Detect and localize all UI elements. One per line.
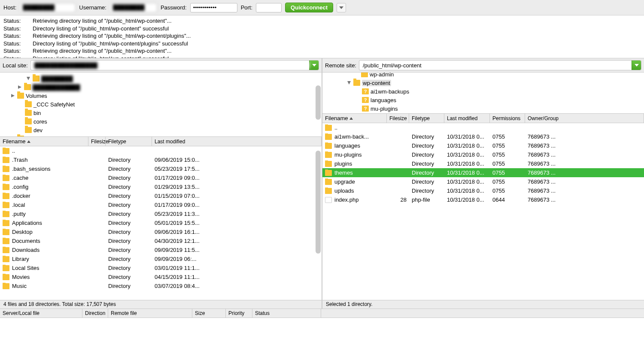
folder-icon — [3, 220, 9, 226]
header-filetype[interactable]: Filetype — [409, 114, 444, 123]
tree-item[interactable]: ████████████ — [0, 83, 322, 91]
file-row[interactable]: .. — [0, 146, 322, 155]
folder-icon — [3, 256, 9, 262]
remote-path-input[interactable] — [359, 62, 632, 69]
file-row[interactable]: .TrashDirectory09/06/2019 15:0... — [0, 155, 322, 164]
tree-item[interactable]: ?mu-plugins — [322, 104, 644, 113]
file-row[interactable]: MusicDirectory03/07/2019 08:4... — [0, 281, 322, 290]
local-path-input[interactable] — [31, 62, 309, 69]
header-filename[interactable]: Filename — [322, 114, 387, 123]
file-row[interactable]: DownloadsDirectory09/09/2019 11:5... — [0, 245, 322, 254]
header-direction[interactable]: Direction — [82, 309, 108, 318]
file-row[interactable]: .puttyDirectory05/23/2019 11:3... — [0, 209, 322, 218]
expand-right-icon[interactable] — [10, 136, 15, 137]
file-row[interactable]: LibraryDirectory09/09/2019 06:... — [0, 254, 322, 263]
folder-icon — [325, 161, 332, 167]
tree-item[interactable]: ?ai1wm-backups — [322, 87, 644, 96]
queue-header[interactable]: Server/Local file Direction Remote file … — [0, 309, 644, 318]
file-row[interactable]: DesktopDirectory09/06/2019 16:1... — [0, 227, 322, 236]
folder-icon — [24, 84, 31, 90]
file-row[interactable]: .dockerDirectory01/15/2019 07:0... — [0, 191, 322, 200]
folder-icon — [3, 202, 9, 208]
scrollbar-thumb[interactable] — [316, 151, 321, 254]
queue-body[interactable] — [0, 318, 644, 360]
folder-icon — [3, 265, 9, 271]
tree-item[interactable]: etc — [0, 134, 322, 137]
tree-item[interactable]: cores — [0, 117, 322, 126]
file-row[interactable]: index.php28php-file10/31/2018 0...064476… — [322, 195, 644, 204]
header-priority[interactable]: Priority — [226, 309, 252, 318]
file-row[interactable]: languagesDirectory10/31/2018 0...0755768… — [322, 141, 644, 150]
header-filesize[interactable]: Filesize — [387, 114, 409, 123]
tree-item[interactable]: ?languages — [322, 96, 644, 104]
file-row[interactable]: themesDirectory10/31/2018 0...0755768967… — [322, 168, 644, 177]
remote-path-combo[interactable] — [359, 60, 641, 70]
folder-icon — [3, 184, 9, 190]
password-label: Password: — [161, 4, 187, 11]
header-modified[interactable]: Last modified — [152, 137, 322, 146]
local-path-combo[interactable] — [30, 60, 319, 70]
tree-item[interactable]: bin — [0, 109, 322, 117]
remote-site-bar: Remote site: — [322, 58, 644, 73]
file-row[interactable]: Local SitesDirectory03/01/2019 11:1... — [0, 263, 322, 272]
scrollbar-thumb[interactable] — [316, 85, 321, 120]
file-row[interactable]: upgradeDirectory10/31/2018 0...075576896… — [322, 177, 644, 186]
tree-item[interactable]: Volumes — [0, 91, 322, 100]
quickconnect-button[interactable]: Quickconnect — [285, 3, 333, 12]
file-row[interactable]: .cacheDirectory01/17/2019 09:0... — [0, 173, 322, 182]
file-row[interactable]: MoviesDirectory04/15/2019 11:1... — [0, 272, 322, 281]
remote-directory-tree[interactable]: wp-adminwp-content?ai1wm-backups?languag… — [322, 73, 644, 114]
header-permissions[interactable]: Permissions — [490, 114, 525, 123]
tree-item[interactable]: _CCC SafetyNet — [0, 100, 322, 109]
tree-item[interactable]: ████████ — [0, 74, 322, 83]
header-filesize[interactable]: Filesize — [88, 137, 106, 146]
username-input[interactable] — [110, 3, 157, 12]
local-file-header[interactable]: Filename Filesize Filetype Last modified — [0, 137, 322, 146]
tree-item[interactable]: wp-content — [322, 79, 644, 87]
file-row[interactable]: ApplicationsDirectory05/01/2019 15:5... — [0, 218, 322, 227]
local-directory-tree[interactable]: ████████████████████Volumes_CCC SafetyNe… — [0, 73, 322, 137]
header-filetype[interactable]: Filetype — [106, 137, 152, 146]
tree-item[interactable]: wp-admin — [322, 73, 644, 79]
file-row[interactable]: ai1wm-back...Directory10/31/2018 0...075… — [322, 132, 644, 141]
header-owner[interactable]: Owner/Group — [525, 114, 644, 123]
local-file-list[interactable]: ...TrashDirectory09/06/2019 15:0....bash… — [0, 146, 322, 300]
host-input[interactable] — [20, 3, 76, 12]
file-row[interactable]: DocumentsDirectory04/30/2019 12:1... — [0, 236, 322, 245]
remote-status-bar: Selected 1 directory. — [322, 300, 644, 309]
quickconnect-history-button[interactable] — [337, 3, 346, 12]
header-modified[interactable]: Last modified — [444, 114, 490, 123]
log-line: Status:Directory listing of "/public_htm… — [3, 40, 641, 48]
folder-icon — [325, 188, 332, 194]
expand-down-icon[interactable] — [346, 80, 352, 85]
remote-file-header[interactable]: Filename Filesize Filetype Last modified… — [322, 114, 644, 123]
file-row[interactable]: .. — [322, 123, 644, 132]
expand-right-icon[interactable] — [10, 93, 15, 98]
expand-down-icon[interactable] — [26, 76, 31, 81]
message-log[interactable]: Status:Retrieving directory listing of "… — [0, 15, 644, 58]
transfer-queue: Server/Local file Direction Remote file … — [0, 309, 644, 360]
log-line: Status:Directory listing of "/public_htm… — [3, 25, 641, 33]
remote-pane: Remote site: wp-adminwp-content?ai1wm-ba… — [322, 58, 644, 309]
file-row[interactable]: .configDirectory01/29/2019 13:5... — [0, 182, 322, 191]
unknown-folder-icon: ? — [362, 97, 369, 103]
header-filename[interactable]: Filename — [0, 137, 88, 146]
file-row[interactable]: uploadsDirectory10/31/2018 0...075576896… — [322, 186, 644, 195]
file-row[interactable]: .localDirectory01/17/2019 09:0... — [0, 200, 322, 209]
header-remote-file[interactable]: Remote file — [108, 309, 192, 318]
file-icon — [325, 197, 332, 203]
remote-path-dropdown[interactable] — [632, 61, 641, 70]
file-row[interactable]: pluginsDirectory10/31/2018 0...075576896… — [322, 159, 644, 168]
expand-right-icon[interactable] — [17, 85, 22, 90]
header-status[interactable]: Status — [252, 309, 321, 318]
remote-file-list[interactable]: ..ai1wm-back...Directory10/31/2018 0...0… — [322, 123, 644, 300]
tree-item[interactable]: dev — [0, 126, 322, 134]
file-row[interactable]: .bash_sessionsDirectory05/23/2019 17:5..… — [0, 164, 322, 173]
file-row[interactable]: mu-pluginsDirectory10/31/2018 0...075576… — [322, 150, 644, 159]
folder-icon — [353, 80, 360, 86]
port-input[interactable] — [256, 3, 282, 12]
local-path-dropdown[interactable] — [309, 61, 319, 70]
header-local-file[interactable]: Server/Local file — [0, 309, 82, 318]
password-input[interactable] — [190, 3, 237, 12]
header-size[interactable]: Size — [192, 309, 226, 318]
